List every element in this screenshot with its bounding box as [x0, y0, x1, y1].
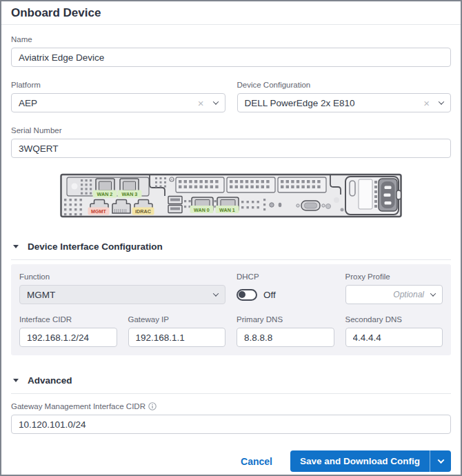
collapse-arrow-icon [13, 379, 19, 382]
device-configuration-select-value: DELL PowerEdge 2x E810 [245, 98, 424, 108]
section-title: Device Interface Configuration [28, 241, 163, 252]
function-select-value: MGMT [27, 290, 214, 300]
name-input[interactable] [11, 48, 451, 67]
save-options-dropdown-button[interactable] [430, 450, 451, 472]
wan0-port-label: WAN 0 [194, 207, 210, 213]
proxy-profile-placeholder: Optional [353, 290, 425, 299]
dialog-header: Onboard Device [1, 1, 461, 25]
dhcp-toggle[interactable] [237, 289, 257, 301]
secondary-dns-label: Secondary DNS [345, 315, 443, 324]
save-and-download-config-button[interactable]: Save and Download Config [290, 450, 430, 472]
primary-dns-label: Primary DNS [237, 315, 334, 324]
platform-select-value: AEP [19, 98, 198, 108]
collapse-arrow-icon [13, 245, 19, 248]
device-configuration-select[interactable]: DELL PowerEdge 2x E810 × [237, 93, 452, 112]
server-rear-svg: WAN 2 WAN 3 MGMT iDRAC [60, 173, 402, 219]
function-select[interactable]: MGMT [19, 285, 225, 304]
section-title: Advanced [28, 375, 72, 386]
proxy-profile-label: Proxy Profile [345, 272, 443, 281]
chevron-down-icon [430, 290, 436, 296]
chevron-down-icon [212, 99, 218, 104]
onboard-device-dialog: Onboard Device Name Platform AEP × Devic… [0, 0, 462, 476]
device-rear-image: WAN 2 WAN 3 MGMT iDRAC [60, 173, 402, 221]
cancel-button[interactable]: Cancel [241, 456, 272, 467]
idrac-port-label: iDRAC [135, 208, 151, 215]
section-device-interface-configuration[interactable]: Device Interface Configuration [11, 241, 451, 260]
chevron-down-icon [439, 99, 444, 104]
section-advanced[interactable]: Advanced [11, 375, 451, 394]
function-label: Function [19, 272, 225, 281]
interface-cidr-label: Interface CIDR [19, 315, 117, 324]
mgmt-port-label: MGMT [91, 208, 107, 215]
serial-number-label: Serial Number [11, 126, 451, 135]
dhcp-toggle-state: Off [263, 290, 276, 300]
name-label: Name [11, 35, 451, 43]
interface-cidr-input[interactable] [19, 328, 117, 347]
gateway-mgmt-cidr-input[interactable] [11, 415, 451, 434]
serial-number-input[interactable] [11, 139, 451, 158]
interface-config-panel: Function MGMT DHCP Off Proxy Profile [11, 264, 451, 355]
proxy-profile-select[interactable]: Optional [345, 285, 443, 304]
gateway-ip-input[interactable] [128, 328, 226, 347]
gateway-mgmt-cidr-label: Gateway Management Interface CIDR [11, 402, 145, 410]
secondary-dns-input[interactable] [345, 328, 443, 347]
platform-select[interactable]: AEP × [11, 93, 225, 112]
gateway-ip-label: Gateway IP [128, 315, 226, 324]
chevron-down-icon [213, 290, 219, 296]
wan2-port-label: WAN 2 [97, 191, 113, 197]
device-configuration-label: Device Configuration [237, 81, 452, 89]
page-title: Onboard Device [11, 6, 451, 20]
wan1-port-label: WAN 1 [219, 207, 235, 213]
chevron-down-icon [437, 457, 444, 464]
platform-label: Platform [11, 81, 225, 89]
primary-dns-input[interactable] [237, 328, 334, 347]
dhcp-label: DHCP [237, 272, 334, 281]
clear-icon[interactable]: × [198, 98, 204, 108]
toggle-knob [239, 291, 245, 298]
wan3-port-label: WAN 3 [122, 191, 138, 197]
info-icon[interactable] [148, 402, 157, 410]
clear-icon[interactable]: × [423, 98, 430, 108]
